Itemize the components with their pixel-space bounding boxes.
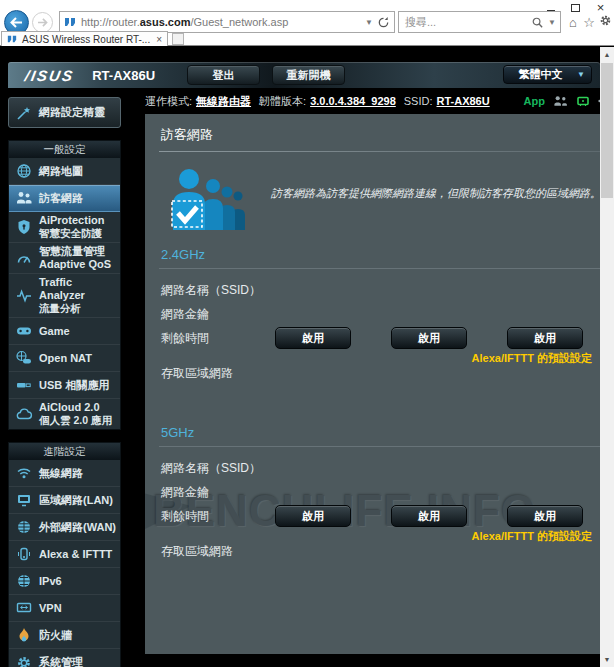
guest-description: 訪客網路為訪客提供網際網路連線，但限制訪客存取您的區域網路。 — [271, 186, 601, 230]
forward-button[interactable] — [32, 12, 53, 33]
enable-button-3[interactable]: 啟用 — [507, 505, 583, 527]
logout-button[interactable]: 登出 — [187, 65, 260, 85]
sidebar-item-traffic-analyzer[interactable]: Traffic Analyzer流量分析 — [9, 274, 120, 318]
sidebar-item-vpn[interactable]: VPN — [9, 595, 120, 622]
alexa-ifttt-note: Alexa/IFTTT 的預設設定 — [472, 529, 592, 543]
enable-button-1[interactable]: 啟用 — [275, 327, 351, 349]
enable-buttons-5: 啟用 啟用 啟用 — [275, 505, 605, 527]
sidebar-item-guest-network[interactable]: 訪客網路 — [9, 185, 120, 212]
sidebar-item-firewall[interactable]: 防火牆 — [9, 622, 120, 649]
sidebar-item-lan[interactable]: 區域網路(LAN) — [9, 487, 120, 514]
sidebar-item-ipv6[interactable]: IPv6 — [9, 568, 120, 595]
search-box[interactable]: 搜尋... ▼ — [398, 11, 561, 33]
sidebar-item-label: 防火牆 — [39, 629, 74, 642]
enable-button-2[interactable]: 啟用 — [391, 327, 467, 349]
scroll-up-icon[interactable]: ▲ — [600, 47, 614, 62]
sidebar-item-wireless[interactable]: 無線網路 — [9, 460, 120, 487]
sidebar-item-network-map[interactable]: 網路地圖 — [9, 158, 120, 185]
sidebar: 網路設定精靈 一般設定 網路地圖 訪客網路 — [8, 97, 121, 667]
cloud-icon — [9, 406, 39, 422]
sidebar-item-label: AiCloud 2.0個人雲 2.0 應用 — [39, 401, 114, 427]
url-text[interactable]: http://router.asus.com/Guest_network.asp — [81, 16, 361, 28]
forward-arrow-icon — [37, 18, 48, 27]
sidebar-general-group: 一般設定 網路地圖 訪客網路 — [8, 140, 121, 430]
op-mode-label: 運作模式: — [145, 94, 192, 109]
page-title: 訪客網路 — [161, 126, 605, 144]
ssid-link[interactable]: RT-AX86U — [437, 95, 490, 107]
search-caret-icon[interactable]: ▼ — [548, 18, 556, 27]
autocomplete-caret-icon[interactable]: ▼ — [365, 18, 373, 27]
reboot-button[interactable]: 重新開機 — [272, 65, 345, 85]
sidebar-item-game[interactable]: Game — [9, 318, 120, 345]
page-scrollbar[interactable]: ▲ ▼ — [600, 47, 614, 667]
wan-globe-icon — [9, 519, 39, 535]
enable-button-2[interactable]: 啟用 — [391, 505, 467, 527]
lan-icon — [9, 492, 39, 508]
vpn-icon — [9, 600, 39, 616]
sidebar-item-open-nat[interactable]: Open NAT — [9, 345, 120, 372]
router-status-icon[interactable] — [576, 94, 590, 108]
sidebar-item-label: 網路地圖 — [39, 165, 85, 178]
favorites-star-icon[interactable]: ☆ — [582, 15, 596, 30]
refresh-icon[interactable] — [377, 16, 390, 29]
sidebar-item-usb-apps[interactable]: USB 相關應用 — [9, 372, 120, 399]
ipv6-globe-icon — [9, 573, 39, 589]
ssid-row-label: 網路名稱（SSID） — [159, 282, 275, 299]
language-value: 繁體中文 — [504, 67, 577, 82]
ssid-label: SSID: — [404, 95, 433, 107]
new-tab-button[interactable] — [172, 33, 184, 45]
sidebar-item-label: 訪客網路 — [39, 192, 85, 205]
firewall-flame-icon — [9, 627, 39, 643]
sidebar-item-alexa-ifttt[interactable]: Alexa & IFTTT — [9, 541, 120, 568]
key-row-label: 網路金鑰 — [159, 306, 275, 323]
access-row-label: 存取區域網路 — [159, 543, 275, 560]
scrollbar-thumb[interactable] — [601, 63, 613, 198]
sidebar-item-aicloud[interactable]: AiCloud 2.0個人雲 2.0 應用 — [9, 399, 120, 429]
main-column: 運作模式: 無線路由器 韌體版本: 3.0.0.4.384_9298 SSID:… — [145, 88, 614, 667]
band-divider — [159, 268, 605, 269]
clients-icon[interactable] — [553, 95, 568, 107]
band-title: 5GHz — [161, 425, 605, 440]
gear-icon — [9, 655, 39, 667]
gamepad-icon — [9, 323, 39, 339]
enable-button-1[interactable]: 啟用 — [275, 505, 351, 527]
sidebar-item-administration[interactable]: 系統管理 — [9, 649, 120, 667]
guest-group-icon — [169, 168, 249, 230]
sidebar-item-label: AiProtection智慧安全防護 — [39, 214, 106, 240]
sidebar-item-adaptive-qos[interactable]: 智慧流量管理 Adaptive QoS — [9, 243, 120, 274]
open-nat-icon — [9, 350, 39, 366]
sidebar-item-label: 無線網路 — [39, 467, 85, 480]
op-mode-link[interactable]: 無線路由器 — [196, 94, 251, 109]
waveform-icon — [9, 288, 39, 304]
search-placeholder[interactable]: 搜尋... — [399, 15, 531, 30]
advanced-settings-header: 進階設定 — [9, 443, 120, 460]
tab-favicon — [7, 34, 17, 44]
firmware-link[interactable]: 3.0.0.4.384_9298 — [310, 95, 396, 107]
time-row-label: 剩餘時間 — [159, 330, 275, 347]
sidebar-item-label: 區域網路(LAN) — [39, 494, 115, 507]
app-link[interactable]: App — [524, 95, 545, 107]
address-bar[interactable]: http://router.asus.com/Guest_network.asp… — [59, 11, 395, 33]
sidebar-item-wan[interactable]: 外部網路(WAN) — [9, 514, 120, 541]
browser-chrome: × http://router.asus.com/Guest_network.a… — [0, 0, 614, 46]
sidebar-item-setup-wizard[interactable]: 網路設定精靈 — [8, 97, 121, 128]
scroll-down-icon[interactable]: ▼ — [600, 652, 614, 667]
wand-icon — [9, 105, 39, 121]
firmware-label: 韌體版本: — [259, 94, 306, 109]
tab-close-icon[interactable]: × — [156, 34, 162, 45]
usb-drive-icon — [9, 377, 39, 393]
asus-logo: /ISUS — [24, 67, 76, 84]
enable-button-3[interactable]: 啟用 — [507, 327, 583, 349]
sidebar-item-label: Traffic Analyzer流量分析 — [39, 276, 120, 315]
sidebar-advanced-group: 進階設定 無線網路 區域網路(LAN) — [8, 442, 121, 667]
sidebar-item-label: Game — [39, 325, 72, 338]
time-row-label: 剩餘時間 — [159, 508, 275, 525]
sidebar-item-aiprotection[interactable]: AiProtection智慧安全防護 — [9, 212, 120, 243]
search-icon[interactable] — [531, 16, 544, 29]
browser-tab[interactable]: ASUS Wireless Router RT-... × — [1, 31, 168, 46]
back-arrow-icon — [10, 17, 23, 28]
home-icon[interactable]: ⌂ — [566, 15, 580, 30]
settings-gear-icon[interactable] — [598, 14, 612, 30]
router-model: RT-AX86U — [92, 68, 155, 83]
language-dropdown[interactable]: 繁體中文 ▼ — [503, 65, 592, 84]
